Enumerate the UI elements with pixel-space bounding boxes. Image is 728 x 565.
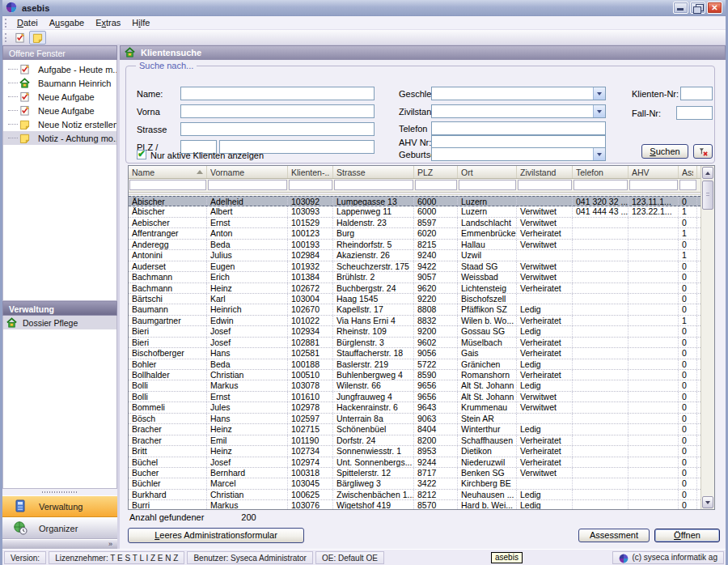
chevron-down-icon[interactable] — [593, 148, 605, 160]
empty-admin-form-button[interactable]: Leeres Administrationsformular — [128, 528, 304, 543]
column-header-ahv[interactable]: AHV — [629, 166, 679, 178]
column-header-ass[interactable]: Ass — [679, 166, 697, 178]
fall-nr-input[interactable] — [676, 106, 713, 120]
table-row[interactable]: BrittHeinz102734Sonnenwiesstr. 18953Diet… — [129, 446, 700, 457]
vertical-scrollbar[interactable] — [700, 166, 714, 509]
table-row[interactable]: BaumannHeinrich102670Kapellstr. 178808Pf… — [129, 304, 700, 315]
active-clients-checkbox[interactable]: ✔ — [137, 150, 146, 159]
table-row[interactable]: BüchlerMarcel103045Bärgliweg 33422Kirchb… — [129, 478, 700, 489]
table-row[interactable]: BaumgartnerEdwin101022Via Hans Erni 4883… — [129, 316, 700, 326]
menu-bar: DateiAusgabeExtrasHilfe — [2, 16, 726, 30]
filter-input[interactable] — [415, 180, 457, 190]
table-row[interactable]: BommeliJules102978Hackenrainstr. 69643Kr… — [129, 402, 700, 413]
filter-input[interactable] — [574, 180, 628, 190]
menubar-grip[interactable] — [5, 19, 9, 28]
open-button[interactable]: Öffnen — [654, 529, 720, 542]
minimize-button[interactable] — [673, 2, 688, 14]
table-row[interactable]: BachmannErich101384Brühlstr. 29057Weissb… — [129, 272, 700, 282]
chevron-down-icon[interactable] — [593, 105, 605, 117]
table-row[interactable]: AudersetEugen101932Scheuchzerstr. 175942… — [129, 261, 700, 272]
column-header-name[interactable]: Name — [129, 166, 207, 178]
zivilstand-select[interactable] — [431, 104, 606, 118]
scroll-up-icon[interactable] — [702, 167, 713, 179]
table-cell: Bracher — [129, 424, 207, 434]
menu-item-hilfe[interactable]: Hilfe — [126, 17, 155, 28]
open-window-item[interactable]: Notiz - Achtung mo... — [3, 131, 116, 145]
klienten-nr-input[interactable] — [680, 87, 713, 100]
table-row[interactable]: AndereggBeda100193Rheindorfstr. 58215Hal… — [129, 240, 700, 250]
new-note-button[interactable] — [29, 31, 46, 45]
filter-input[interactable] — [334, 180, 413, 190]
table-row[interactable]: BucherBernhard100318Spittelerstr. 128717… — [129, 468, 700, 478]
vorname-input[interactable] — [180, 104, 375, 118]
scroll-down-icon[interactable] — [702, 496, 713, 508]
table-row[interactable]: BöschHans102597Unterrain 8a9063Stein AR0 — [129, 414, 700, 424]
table-row[interactable]: AebischerErnst101529Haldenstr. 238597Lan… — [129, 218, 700, 228]
table-cell: 103004 — [288, 294, 333, 304]
open-window-item[interactable]: Aufgabe - Heute m... — [3, 62, 116, 76]
table-row[interactable]: BracherHeinz102715Schönenbüel8404Wintert… — [129, 424, 700, 435]
filter-input[interactable] — [629, 180, 678, 190]
filter-input[interactable] — [518, 180, 572, 190]
geschlecht-select[interactable] — [431, 87, 606, 100]
filter-input[interactable] — [208, 180, 287, 190]
verwaltung-item[interactable]: Dossier Pflege — [3, 316, 116, 329]
open-window-item[interactable]: Neue Aufgabe — [3, 90, 116, 104]
filter-input[interactable] — [289, 180, 332, 190]
table-row[interactable]: BachmannHeinz102672Buchbergstr. 249620Li… — [129, 283, 700, 294]
strasse-input[interactable] — [180, 122, 375, 136]
table-row[interactable]: BurriMarkus103076Wigetshof 4198570Hard b… — [129, 500, 700, 509]
column-header-telefon[interactable]: Telefon — [573, 166, 629, 178]
name-input[interactable] — [180, 87, 375, 100]
toolbar-grip[interactable] — [5, 33, 9, 42]
search-button[interactable]: Suchen — [641, 144, 688, 159]
status-bar: Version:Lizenznehmer: T E S T L I Z E N … — [2, 549, 726, 565]
column-header-ort[interactable]: Ort — [458, 166, 517, 178]
new-task-button[interactable] — [11, 31, 28, 45]
table-row[interactable]: BischofbergerHans102581Stauffacherstr. 1… — [129, 348, 700, 359]
strasse-label: Strasse — [137, 125, 167, 134]
close-button[interactable] — [707, 2, 722, 14]
clear-search-button[interactable] — [693, 144, 713, 159]
table-row[interactable]: BolliErnst101610Jungfrauweg 49656Alt St.… — [129, 392, 700, 402]
geburtsdatum-select[interactable] — [431, 147, 606, 161]
filter-input[interactable] — [679, 180, 696, 190]
table-row[interactable]: BohlerBeda100188Baslerstr. 2195722Gränic… — [129, 359, 700, 370]
table-row[interactable]: BracherEmil101190Dorfstr. 248200Schaffha… — [129, 435, 700, 446]
column-header-zivilstand[interactable]: Zivilstand — [517, 166, 573, 178]
open-window-item[interactable]: Baumann Heinrich — [3, 76, 116, 90]
column-header-plz[interactable]: PLZ — [414, 166, 458, 178]
table-row[interactable]: BurkhardChristian100625Zwischenbächen 1.… — [129, 490, 700, 500]
chevron-down-icon[interactable] — [593, 87, 605, 100]
scrollbar-thumb[interactable] — [702, 181, 713, 210]
filter-input[interactable] — [459, 180, 516, 190]
table-row[interactable]: BieriJosef102934Rheinstr. 1099200Gossau … — [129, 326, 700, 337]
menu-item-datei[interactable]: Datei — [11, 17, 44, 28]
table-row[interactable]: ÄbischerAlbert103093Lappenweg 116000Luze… — [129, 206, 700, 217]
telefon-input[interactable] — [431, 121, 606, 135]
chevron-icon[interactable]: » — [108, 540, 112, 548]
menu-item-extras[interactable]: Extras — [90, 17, 126, 28]
open-window-item[interactable]: Neue Notiz erstellen — [3, 117, 116, 131]
open-window-item[interactable]: Neue Aufgabe — [3, 104, 116, 117]
nav-overflow-strip[interactable]: » — [2, 539, 117, 549]
table-row[interactable]: ÄbischerAdelheid103092Lumpegasse 136000L… — [129, 196, 700, 206]
table-row[interactable]: AntoniniJulius102984Akazienstr. 269240Uz… — [129, 250, 700, 261]
table-row[interactable]: BieriJosef102881Bürglenstr. 39602Müselba… — [129, 338, 700, 348]
restore-button[interactable] — [690, 2, 705, 14]
column-header-vorname[interactable]: Vorname — [207, 166, 288, 178]
sidebar-splitter[interactable] — [2, 489, 117, 495]
table-row[interactable]: BärtschiKarl103004Haag 15459220Bischofsz… — [129, 294, 700, 304]
table-row[interactable]: AffentrangerAnton100123Burg6020Emmenbrüc… — [129, 228, 700, 239]
assessment-button[interactable]: Assessment — [578, 529, 650, 542]
table-row[interactable]: BollhalderChristian100510Buhlenbergweg 4… — [129, 370, 700, 380]
table-row[interactable]: BüchelJosef102974Unt. Sonnenbergs...9244… — [129, 457, 700, 468]
table-cell: 0 — [679, 304, 697, 314]
table-row[interactable]: BolliMarkus103078Wilenstr. 669656Alt St.… — [129, 380, 700, 391]
nav-button-organizer[interactable]: Organizer — [2, 517, 117, 539]
column-header-klienten[interactable]: Klienten-... — [288, 166, 333, 178]
filter-input[interactable] — [129, 180, 206, 190]
nav-button-verwaltung[interactable]: Verwaltung — [2, 495, 117, 517]
column-header-strasse[interactable]: Strasse — [333, 166, 414, 178]
menu-item-ausgabe[interactable]: Ausgabe — [44, 17, 90, 28]
